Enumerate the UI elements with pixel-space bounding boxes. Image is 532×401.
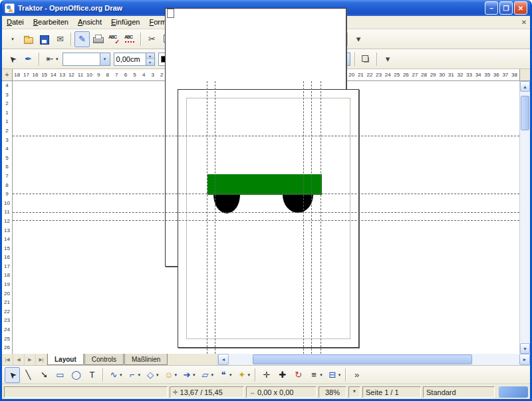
scroll-up-button[interactable]: ▲ xyxy=(520,81,530,92)
cut-button[interactable]: ✂ xyxy=(144,31,160,47)
text-button[interactable]: T xyxy=(84,367,100,383)
vertical-ruler[interactable]: 4321123456789101112131415161718192021222… xyxy=(2,81,13,354)
spellcheck-button[interactable] xyxy=(106,31,122,47)
vertical-scroll-thumb[interactable] xyxy=(521,96,529,130)
menu-item-ansicht[interactable]: Ansicht xyxy=(73,16,106,29)
horizontal-scroll-thumb[interactable] xyxy=(253,354,472,364)
save-button[interactable] xyxy=(37,31,52,47)
symbol-shapes-dropdown-arrow[interactable]: ▾ xyxy=(175,372,178,378)
arrange-button[interactable]: ⊟▾ xyxy=(325,367,343,383)
toolbar-options-button[interactable]: ▾ xyxy=(351,31,366,47)
vertical-scroll-track[interactable] xyxy=(520,92,530,343)
resize-grip[interactable] xyxy=(499,386,528,398)
new-button[interactable]: ▾ xyxy=(5,31,20,47)
guide-line-horizontal[interactable] xyxy=(13,220,519,221)
toolbar-options-button[interactable]: » xyxy=(349,367,364,383)
ellipse-button[interactable]: ◯ xyxy=(68,367,84,383)
auto-spellcheck-button[interactable] xyxy=(122,31,138,47)
ruler-mark: 23 xyxy=(2,316,12,325)
horizontal-scrollbar[interactable]: ◄ ► xyxy=(217,354,530,365)
scroll-right-button[interactable]: ► xyxy=(519,354,530,365)
line-style-combobox[interactable]: ▼ xyxy=(63,53,110,66)
gluepoints-button[interactable]: ✚ xyxy=(275,367,290,383)
pen-button[interactable]: ✒ xyxy=(21,51,36,67)
edit-file-button[interactable]: ✎ xyxy=(74,31,90,47)
symbol-shapes-button[interactable]: ☺▾ xyxy=(162,367,180,383)
canvas[interactable] xyxy=(13,81,519,354)
line-style-dropdown-button[interactable]: ▼ xyxy=(100,53,110,65)
guide-line-horizontal[interactable] xyxy=(13,212,519,213)
line-width-spin-up-button[interactable]: ▴ xyxy=(146,53,154,59)
shadow-button[interactable] xyxy=(358,51,374,67)
status-style-field[interactable]: Standard xyxy=(423,386,495,398)
status-size-field[interactable]: ↔ 0,00 x 0,00 xyxy=(246,386,317,398)
basic-shapes-dropdown-arrow[interactable]: ▾ xyxy=(156,372,159,378)
close-button[interactable]: ✕ xyxy=(514,1,527,15)
callouts-button[interactable]: ❝▾ xyxy=(216,367,234,383)
line-width-spinner[interactable]: ▴▾ xyxy=(146,53,154,65)
toolbar-options-button[interactable]: ▾ xyxy=(380,51,396,67)
flowchart-dropdown-arrow[interactable]: ▾ xyxy=(211,372,214,378)
status-position-field[interactable]: ✛ 13,67 / 15,45 xyxy=(170,386,244,398)
guide-line-vertical[interactable] xyxy=(321,81,321,354)
previous-page-button[interactable]: ◀ xyxy=(13,354,25,365)
edit-points-button[interactable]: ✛ xyxy=(259,367,274,383)
basic-shapes-button[interactable]: ◇▾ xyxy=(143,367,161,383)
trailer-body[interactable] xyxy=(207,174,322,195)
guide-line-horizontal[interactable] xyxy=(13,136,519,136)
first-page-button[interactable]: |◀ xyxy=(2,354,13,365)
new-dropdown-arrow[interactable]: ▾ xyxy=(11,37,14,42)
stars-button[interactable]: ✦▾ xyxy=(235,367,253,383)
stars-dropdown-arrow[interactable]: ▾ xyxy=(248,372,251,378)
ruler-origin[interactable]: + xyxy=(2,69,13,80)
scroll-down-button[interactable]: ▼ xyxy=(520,343,530,354)
scroll-left-button[interactable]: ◄ xyxy=(218,354,229,365)
tab-layout[interactable]: Layout xyxy=(47,354,84,365)
minimize-button[interactable]: – xyxy=(485,1,498,15)
horizontal-scroll-track[interactable] xyxy=(229,354,519,365)
status-page-field[interactable]: Seite 1 / 1 xyxy=(362,386,421,398)
guide-line-horizontal[interactable] xyxy=(13,194,519,194)
email-button[interactable]: ✉ xyxy=(53,31,68,47)
connector-dropdown-arrow[interactable]: ▾ xyxy=(138,372,141,378)
print-button[interactable] xyxy=(90,31,106,47)
document-close-button[interactable]: ✕ xyxy=(518,16,530,29)
tab-controls[interactable]: Controls xyxy=(84,354,124,365)
vertical-scrollbar[interactable]: ▲ ▼ xyxy=(519,81,530,354)
curve-dropdown-arrow[interactable]: ▾ xyxy=(120,372,122,378)
callouts-dropdown-arrow[interactable]: ▾ xyxy=(229,372,232,378)
maximize-button[interactable]: ❐ xyxy=(499,1,513,15)
connector-button[interactable]: ⌐▾ xyxy=(125,367,143,383)
last-page-button[interactable]: ▶| xyxy=(36,354,47,365)
rectangle-button[interactable]: ▭ xyxy=(53,367,68,383)
guide-line-vertical[interactable] xyxy=(207,81,207,354)
tab-masslinien[interactable]: Maßlinien xyxy=(124,354,168,365)
line-width-spin-down-button[interactable]: ▾ xyxy=(146,59,154,65)
open-button[interactable] xyxy=(21,31,36,47)
arrow-style-dropdown-arrow[interactable]: ▾ xyxy=(56,57,59,62)
line-width-input[interactable]: 0,00cm▴▾ xyxy=(114,53,155,66)
menu-item-einfugen[interactable]: Einfügen xyxy=(106,16,144,29)
menu-item-datei[interactable]: Datei xyxy=(2,16,29,29)
guide-line-vertical[interactable] xyxy=(311,81,312,354)
next-page-button[interactable]: ▶ xyxy=(25,354,36,365)
status-zoom-field[interactable]: 38% xyxy=(319,386,346,398)
rotate-button[interactable]: ↻ xyxy=(291,367,306,383)
select-button[interactable]: ➤ xyxy=(5,51,20,67)
block-arrows-dropdown-arrow[interactable]: ▾ xyxy=(193,372,196,378)
line-button[interactable]: ╲ xyxy=(21,367,36,383)
flowchart-button[interactable]: ▱▾ xyxy=(198,367,216,383)
alignment-dropdown-arrow[interactable]: ▾ xyxy=(320,372,323,378)
ruler-mark: 10 xyxy=(2,199,12,208)
alignment-button[interactable]: ≡▾ xyxy=(307,367,325,383)
guide-line-vertical[interactable] xyxy=(215,81,215,354)
select-button[interactable]: ➤ xyxy=(5,367,20,383)
arrange-dropdown-arrow[interactable]: ▾ xyxy=(338,372,341,378)
guide-line-vertical[interactable] xyxy=(303,81,304,354)
curve-button[interactable]: ∿▾ xyxy=(106,367,124,383)
menu-item-bearbeiten[interactable]: Bearbeiten xyxy=(29,16,73,29)
line-arrow-button[interactable]: ➘ xyxy=(37,367,52,383)
arrow-style-button[interactable]: ⇤▾ xyxy=(43,51,61,67)
block-arrows-button[interactable]: ➔▾ xyxy=(180,367,198,383)
drawing-page[interactable] xyxy=(178,89,359,348)
